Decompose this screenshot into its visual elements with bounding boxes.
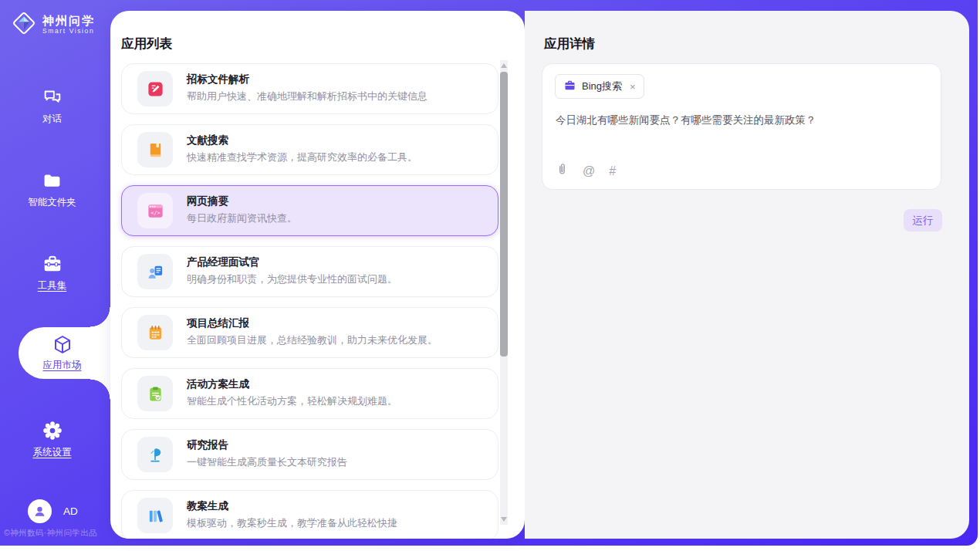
sidebar-item-label: 智能文件夹 [28,196,76,209]
app-card-web-summary[interactable]: </>网页摘要每日政府新闻资讯快查。 [121,185,498,236]
app-detail-title: 应用详情 [544,35,595,52]
sidebar-item-app-market[interactable]: 应用市场 [19,327,110,379]
app-card-desc: 模板驱动，教案秒生成，教学准备从此轻松快捷 [187,516,397,530]
tag-close-icon[interactable]: × [630,81,636,93]
app-detail-panel: 应用详情 Bing搜索 × 今日湖北有哪些新闻要点？有哪些需要关注的最新政策？ … [525,11,969,539]
app-card-lesson-plan[interactable]: 教案生成模板驱动，教案秒生成，教学准备从此轻松快捷 [121,490,498,539]
clipboard-check-icon [137,376,173,411]
sidebar-item-smart-folder[interactable]: 智能文件夹 [0,170,104,209]
brand-logo: 神州问学 Smart Vision [11,10,95,39]
app-card-bid-doc-parse[interactable]: 招标文件解析帮助用户快速、准确地理解和解析招标书中的关键信息 [121,63,498,114]
app-card-project-summary[interactable]: 项目总结汇报全面回顾项目进展，总结经验教训，助力未来优化发展。 [121,307,498,358]
app-card-pm-interviewer[interactable]: 产品经理面试官明确身份和职责，为您提供专业性的面试问题。 [121,246,498,297]
sidebar-item-chat[interactable]: 对话 [0,86,104,126]
app-card-event-plan[interactable]: 活动方案生成智能生成个性化活动方案，轻松解决规划难题。 [121,368,498,419]
user-row[interactable]: AD [28,499,78,523]
brand-name: 神州问学 [42,14,95,27]
gear-icon [42,420,63,441]
app-card-title: 教案生成 [187,499,228,513]
diamond-logo-icon [11,10,37,39]
briefcase-icon [563,79,576,94]
app-card-desc: 一键智能生成高质量长文本研究报告 [187,455,347,469]
paperclip-icon[interactable] [556,163,569,179]
sidebar-item-toolset[interactable]: 工具集 [0,253,104,292]
tool-tag-label: Bing搜索 [582,79,622,93]
run-button[interactable]: 运行 [904,209,942,232]
app-card-title: 产品经理面试官 [187,255,260,269]
svg-text:</>: </> [150,210,160,216]
mention-icon[interactable]: @ [583,165,595,177]
cube-icon [51,334,74,356]
app-card-literature-search[interactable]: 文献搜索快速精准查找学术资源，提高研究效率的必备工具。 [121,124,498,175]
app-list-title: 应用列表 [121,35,172,52]
report-icon [137,437,173,472]
toolbox-icon [42,253,63,275]
tool-tag-bing-search[interactable]: Bing搜索 × [555,74,644,99]
query-text[interactable]: 今日湖北有哪些新闻要点？有哪些需要关注的最新政策？ [556,113,816,127]
sidebar: 神州问学 Smart Vision 对话智能文件夹工具集应用市场系统设置 AD … [0,0,104,546]
app-card-title: 招标文件解析 [187,73,249,86]
app-card-title: 文献搜索 [187,134,228,147]
app-frame: 神州问学 Smart Vision 对话智能文件夹工具集应用市场系统设置 AD … [0,0,978,546]
sidebar-item-label: 系统设置 [33,446,72,459]
scroll-up-arrow-icon[interactable] [501,63,507,68]
scrollbar-thumb[interactable] [500,72,508,357]
sidebar-item-label: 对话 [42,113,62,126]
list-scrollbar[interactable] [500,60,508,525]
app-card-title: 项目总结汇报 [187,316,249,330]
app-card-desc: 全面回顾项目进展，总结经验教训，助力未来优化发展。 [187,333,438,347]
chat-icon [42,86,63,108]
app-list-panel: 应用列表 招标文件解析帮助用户快速、准确地理解和解析招标书中的关键信息文献搜索快… [110,11,525,539]
book-icon [137,132,173,167]
app-card-research-report[interactable]: 研究报告一键智能生成高质量长文本研究报告 [121,429,498,480]
browser-code-icon: </> [137,193,173,228]
app-card-desc: 快速精准查找学术资源，提高研究效率的必备工具。 [187,150,417,164]
app-card-desc: 智能生成个性化活动方案，轻松解决规划难题。 [187,394,397,408]
brand-subtitle: Smart Vision [42,28,95,35]
hash-icon[interactable]: # [609,165,616,177]
interviewer-icon [137,254,173,289]
notepad-icon [137,315,173,350]
app-card-title: 网页摘要 [187,194,228,208]
scroll-down-arrow-icon[interactable] [501,517,507,522]
books-icon [137,498,173,533]
prompt-card: Bing搜索 × 今日湖北有哪些新闻要点？有哪些需要关注的最新政策？ @# [542,63,941,190]
doc-edit-icon [137,71,173,106]
app-card-desc: 明确身份和职责，为您提供专业性的面试问题。 [187,272,397,286]
user-avatar-icon [28,499,52,523]
folder-icon [42,170,63,191]
sidebar-item-label: 工具集 [38,279,67,292]
app-card-title: 研究报告 [187,438,228,452]
sidebar-item-label: 应用市场 [43,359,82,372]
app-card-desc: 每日政府新闻资讯快查。 [187,211,297,225]
app-card-title: 活动方案生成 [187,377,249,391]
sidebar-item-system-settings[interactable]: 系统设置 [0,420,104,459]
app-card-desc: 帮助用户快速、准确地理解和解析招标书中的关键信息 [187,90,427,103]
copyright-text: ©神州数码·神州问学出品 [4,528,97,539]
user-name: AD [63,505,78,517]
